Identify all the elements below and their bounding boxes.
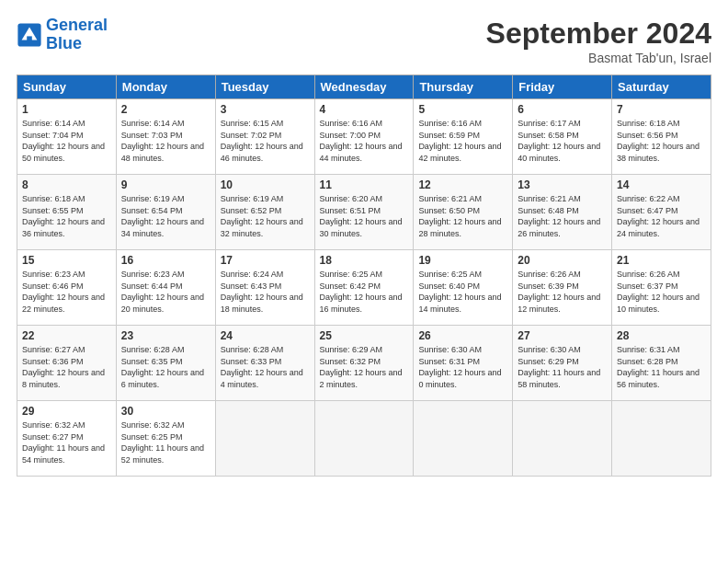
day-number: 5 <box>418 103 507 116</box>
table-row: 25 Sunrise: 6:29 AMSunset: 6:32 PMDaylig… <box>314 326 414 401</box>
day-info: Sunrise: 6:21 AMSunset: 6:50 PMDaylight:… <box>418 194 501 238</box>
table-row: 8 Sunrise: 6:18 AMSunset: 6:55 PMDayligh… <box>17 175 117 250</box>
logo-text: General Blue <box>46 17 108 53</box>
table-row <box>414 401 513 477</box>
table-row: 9 Sunrise: 6:19 AMSunset: 6:54 PMDayligh… <box>116 175 215 250</box>
day-number: 2 <box>121 103 210 116</box>
day-info: Sunrise: 6:18 AMSunset: 6:55 PMDaylight:… <box>22 194 105 238</box>
logo: General Blue <box>17 17 108 53</box>
table-row: 28 Sunrise: 6:31 AMSunset: 6:28 PMDaylig… <box>612 326 711 401</box>
day-info: Sunrise: 6:32 AMSunset: 6:25 PMDaylight:… <box>121 420 204 465</box>
day-info: Sunrise: 6:20 AMSunset: 6:51 PMDaylight:… <box>320 194 403 238</box>
day-number: 28 <box>617 329 706 342</box>
day-info: Sunrise: 6:26 AMSunset: 6:39 PMDaylight:… <box>518 270 600 314</box>
day-number: 10 <box>221 178 310 191</box>
table-row: 16 Sunrise: 6:23 AMSunset: 6:44 PMDaylig… <box>116 250 215 326</box>
day-number: 4 <box>320 103 409 116</box>
day-number: 22 <box>22 329 111 342</box>
day-number: 26 <box>418 329 507 342</box>
day-info: Sunrise: 6:29 AMSunset: 6:32 PMDaylight:… <box>320 345 403 389</box>
calendar-week-row: 1 Sunrise: 6:14 AMSunset: 7:04 PMDayligh… <box>17 99 711 175</box>
table-row: 27 Sunrise: 6:30 AMSunset: 6:29 PMDaylig… <box>513 326 612 401</box>
col-friday: Friday <box>513 75 612 99</box>
table-row <box>215 401 314 477</box>
day-info: Sunrise: 6:28 AMSunset: 6:33 PMDaylight:… <box>221 345 303 389</box>
col-thursday: Thursday <box>414 75 513 99</box>
day-number: 23 <box>121 329 210 342</box>
table-row: 29 Sunrise: 6:32 AMSunset: 6:27 PMDaylig… <box>17 401 117 477</box>
day-info: Sunrise: 6:16 AMSunset: 6:59 PMDaylight:… <box>418 119 501 163</box>
day-number: 20 <box>518 254 607 267</box>
calendar-week-row: 8 Sunrise: 6:18 AMSunset: 6:55 PMDayligh… <box>17 175 711 250</box>
day-number: 17 <box>221 254 310 267</box>
table-row: 4 Sunrise: 6:16 AMSunset: 7:00 PMDayligh… <box>314 99 414 175</box>
day-info: Sunrise: 6:19 AMSunset: 6:54 PMDaylight:… <box>121 194 204 238</box>
day-info: Sunrise: 6:30 AMSunset: 6:31 PMDaylight:… <box>418 345 501 389</box>
day-number: 8 <box>22 178 111 191</box>
day-number: 12 <box>418 178 507 191</box>
day-number: 27 <box>518 329 607 342</box>
table-row: 24 Sunrise: 6:28 AMSunset: 6:33 PMDaylig… <box>215 326 314 401</box>
day-info: Sunrise: 6:15 AMSunset: 7:02 PMDaylight:… <box>221 119 303 163</box>
table-row: 30 Sunrise: 6:32 AMSunset: 6:25 PMDaylig… <box>116 401 215 477</box>
table-row: 23 Sunrise: 6:28 AMSunset: 6:35 PMDaylig… <box>116 326 215 401</box>
day-number: 29 <box>22 405 111 418</box>
day-number: 11 <box>320 178 409 191</box>
header: General Blue September 2024 Basmat Tab'u… <box>17 17 711 65</box>
table-row: 13 Sunrise: 6:21 AMSunset: 6:48 PMDaylig… <box>513 175 612 250</box>
logo-icon <box>17 22 42 48</box>
svg-rect-2 <box>27 36 32 41</box>
table-row: 18 Sunrise: 6:25 AMSunset: 6:42 PMDaylig… <box>314 250 414 326</box>
table-row: 14 Sunrise: 6:22 AMSunset: 6:47 PMDaylig… <box>612 175 711 250</box>
day-number: 24 <box>221 329 310 342</box>
calendar-week-row: 22 Sunrise: 6:27 AMSunset: 6:36 PMDaylig… <box>17 326 711 401</box>
day-number: 18 <box>320 254 409 267</box>
page: General Blue September 2024 Basmat Tab'u… <box>0 0 728 563</box>
calendar-week-row: 29 Sunrise: 6:32 AMSunset: 6:27 PMDaylig… <box>17 401 711 477</box>
table-row: 19 Sunrise: 6:25 AMSunset: 6:40 PMDaylig… <box>414 250 513 326</box>
table-row: 6 Sunrise: 6:17 AMSunset: 6:58 PMDayligh… <box>513 99 612 175</box>
logo-line2: Blue <box>46 34 82 52</box>
table-row: 20 Sunrise: 6:26 AMSunset: 6:39 PMDaylig… <box>513 250 612 326</box>
day-info: Sunrise: 6:23 AMSunset: 6:44 PMDaylight:… <box>121 270 204 314</box>
col-sunday: Sunday <box>17 75 117 99</box>
day-number: 3 <box>221 103 310 116</box>
day-info: Sunrise: 6:31 AMSunset: 6:28 PMDaylight:… <box>617 345 700 389</box>
table-row: 3 Sunrise: 6:15 AMSunset: 7:02 PMDayligh… <box>215 99 314 175</box>
day-number: 15 <box>22 254 111 267</box>
day-number: 19 <box>418 254 507 267</box>
table-row: 26 Sunrise: 6:30 AMSunset: 6:31 PMDaylig… <box>414 326 513 401</box>
day-number: 21 <box>617 254 706 267</box>
table-row: 5 Sunrise: 6:16 AMSunset: 6:59 PMDayligh… <box>414 99 513 175</box>
day-info: Sunrise: 6:21 AMSunset: 6:48 PMDaylight:… <box>518 194 600 238</box>
month-title: September 2024 <box>486 17 711 51</box>
table-row: 7 Sunrise: 6:18 AMSunset: 6:56 PMDayligh… <box>612 99 711 175</box>
col-wednesday: Wednesday <box>314 75 414 99</box>
table-row: 1 Sunrise: 6:14 AMSunset: 7:04 PMDayligh… <box>17 99 117 175</box>
col-monday: Monday <box>116 75 215 99</box>
day-info: Sunrise: 6:14 AMSunset: 7:04 PMDaylight:… <box>22 119 105 163</box>
day-info: Sunrise: 6:14 AMSunset: 7:03 PMDaylight:… <box>121 119 204 163</box>
day-info: Sunrise: 6:16 AMSunset: 7:00 PMDaylight:… <box>320 119 403 163</box>
logo-line1: General <box>46 16 108 34</box>
day-info: Sunrise: 6:18 AMSunset: 6:56 PMDaylight:… <box>617 119 700 163</box>
calendar-week-row: 15 Sunrise: 6:23 AMSunset: 6:46 PMDaylig… <box>17 250 711 326</box>
table-row: 15 Sunrise: 6:23 AMSunset: 6:46 PMDaylig… <box>17 250 117 326</box>
day-number: 16 <box>121 254 210 267</box>
day-info: Sunrise: 6:32 AMSunset: 6:27 PMDaylight:… <box>22 420 105 465</box>
table-row: 22 Sunrise: 6:27 AMSunset: 6:36 PMDaylig… <box>17 326 117 401</box>
day-info: Sunrise: 6:27 AMSunset: 6:36 PMDaylight:… <box>22 345 105 389</box>
table-row: 21 Sunrise: 6:26 AMSunset: 6:37 PMDaylig… <box>612 250 711 326</box>
day-number: 25 <box>320 329 409 342</box>
table-row: 17 Sunrise: 6:24 AMSunset: 6:43 PMDaylig… <box>215 250 314 326</box>
table-row: 10 Sunrise: 6:19 AMSunset: 6:52 PMDaylig… <box>215 175 314 250</box>
day-number: 7 <box>617 103 706 116</box>
day-number: 13 <box>518 178 607 191</box>
table-row: 12 Sunrise: 6:21 AMSunset: 6:50 PMDaylig… <box>414 175 513 250</box>
day-number: 1 <box>22 103 111 116</box>
day-info: Sunrise: 6:24 AMSunset: 6:43 PMDaylight:… <box>221 270 303 314</box>
day-number: 14 <box>617 178 706 191</box>
title-block: September 2024 Basmat Tab'un, Israel <box>486 17 711 65</box>
table-row: 11 Sunrise: 6:20 AMSunset: 6:51 PMDaylig… <box>314 175 414 250</box>
day-number: 30 <box>121 405 210 418</box>
